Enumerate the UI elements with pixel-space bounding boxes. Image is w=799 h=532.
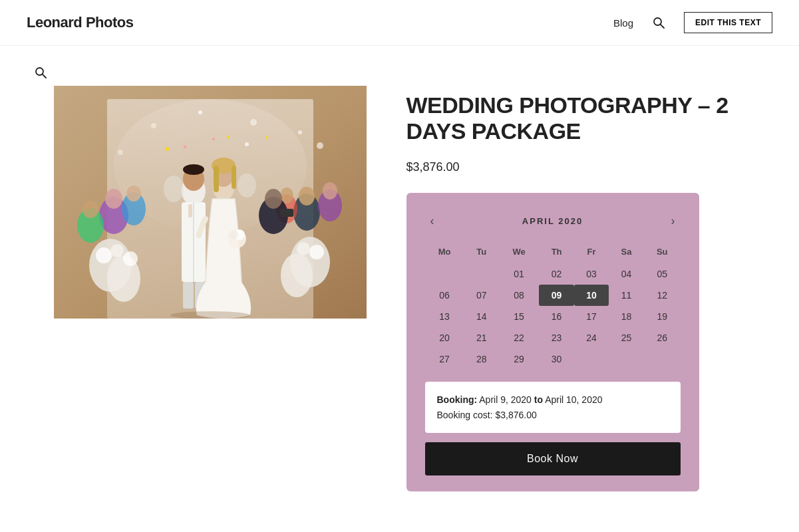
- site-logo: Leonard Photos: [27, 14, 133, 31]
- edit-text-button[interactable]: EDIT THIS TEXT: [684, 12, 772, 33]
- svg-point-29: [123, 251, 138, 266]
- cal-header-fr: Fr: [574, 243, 609, 263]
- calendar-empty-cell: [464, 263, 499, 285]
- booking-start-date: April 9, 2020: [479, 394, 532, 405]
- svg-point-22: [323, 182, 337, 200]
- product-section: WEDDING PHOTOGRAPHY – 2 DAYS PACKAGE $3,…: [406, 86, 772, 491]
- svg-point-57: [245, 142, 249, 146]
- header: Leonard Photos Blog EDIT THIS TEXT: [0, 0, 799, 46]
- calendar-empty-cell: [609, 348, 644, 370]
- svg-rect-52: [280, 209, 293, 217]
- svg-point-9: [250, 119, 257, 126]
- calendar-day-25[interactable]: 25: [609, 327, 644, 348]
- svg-point-31: [281, 253, 313, 297]
- calendar-prev-button[interactable]: ‹: [425, 211, 440, 231]
- svg-point-27: [96, 247, 112, 263]
- calendar-day-18[interactable]: 18: [609, 306, 644, 327]
- calendar-day-14[interactable]: 14: [464, 306, 499, 327]
- product-title: WEDDING PHOTOGRAPHY – 2 DAYS PACKAGE: [406, 92, 772, 144]
- booking-info-box: Booking: April 9, 2020 to April 10, 2020…: [425, 382, 681, 433]
- search-icon[interactable]: [652, 16, 665, 29]
- calendar-empty-cell: [574, 348, 609, 370]
- svg-point-36: [183, 164, 204, 175]
- svg-point-7: [151, 123, 156, 128]
- booking-end-date: April 10, 2020: [545, 394, 602, 405]
- calendar-day-21[interactable]: 21: [464, 327, 499, 348]
- image-section: [54, 86, 367, 319]
- calendar-day-27[interactable]: 27: [425, 348, 464, 370]
- calendar-empty-cell: [425, 263, 464, 285]
- svg-rect-39: [188, 204, 192, 217]
- cal-header-we: We: [499, 243, 539, 263]
- calendar-day-01[interactable]: 01: [499, 263, 539, 285]
- header-right: Blog EDIT THIS TEXT: [613, 12, 772, 33]
- image-zoom-icon[interactable]: [34, 66, 47, 79]
- cal-header-mo: Mo: [425, 243, 464, 263]
- calendar-day-09[interactable]: 09: [539, 285, 574, 306]
- svg-point-20: [299, 187, 315, 205]
- calendar-day-28[interactable]: 28: [464, 348, 499, 370]
- svg-point-51: [265, 189, 282, 209]
- svg-point-14: [105, 189, 122, 209]
- main-content: WEDDING PHOTOGRAPHY – 2 DAYS PACKAGE $3,…: [1, 46, 799, 531]
- svg-line-1: [661, 25, 664, 28]
- calendar-nav: ‹ APRIL 2020 ›: [425, 211, 681, 231]
- calendar-day-20[interactable]: 20: [425, 327, 464, 348]
- calendar-day-23[interactable]: 23: [539, 327, 574, 348]
- calendar-day-08[interactable]: 08: [499, 285, 539, 306]
- calendar-day-24[interactable]: 24: [574, 327, 609, 348]
- calendar-week-row: 20212223242526: [425, 327, 681, 348]
- calendar-week-row: 06070809101112: [425, 285, 681, 306]
- svg-line-3: [42, 74, 45, 78]
- product-price: $3,876.00: [406, 160, 772, 174]
- svg-point-8: [198, 110, 202, 114]
- calendar-day-03[interactable]: 03: [574, 263, 609, 285]
- calendar-day-10[interactable]: 10: [574, 285, 609, 306]
- svg-point-49: [229, 230, 238, 239]
- svg-point-53: [164, 176, 184, 202]
- calendar-day-22[interactable]: 22: [499, 327, 539, 348]
- calendar-day-05[interactable]: 05: [644, 263, 681, 285]
- nav-blog-link[interactable]: Blog: [613, 17, 633, 29]
- calendar-day-17[interactable]: 17: [574, 306, 609, 327]
- svg-point-12: [317, 142, 323, 149]
- calendar-day-04[interactable]: 04: [609, 263, 644, 285]
- booking-to-label: to: [534, 394, 543, 405]
- svg-point-56: [212, 138, 215, 140]
- calendar-day-15[interactable]: 15: [499, 306, 539, 327]
- calendar-day-16[interactable]: 16: [539, 306, 574, 327]
- calendar-week-row: 0102030405: [425, 263, 681, 285]
- svg-point-28: [110, 244, 124, 257]
- product-image: [54, 86, 367, 319]
- svg-point-10: [298, 130, 302, 134]
- calendar-day-11[interactable]: 11: [609, 285, 644, 306]
- calendar-day-19[interactable]: 19: [644, 306, 681, 327]
- cal-header-tu: Tu: [464, 243, 499, 263]
- cal-header-th: Th: [539, 243, 574, 263]
- svg-point-33: [297, 242, 310, 255]
- cal-header-su: Su: [644, 243, 681, 263]
- calendar-day-07[interactable]: 07: [464, 285, 499, 306]
- calendar-empty-cell: [644, 348, 681, 370]
- svg-point-18: [126, 186, 141, 201]
- calendar-day-02[interactable]: 02: [539, 263, 574, 285]
- calendar-next-button[interactable]: ›: [665, 211, 680, 231]
- calendar-day-12[interactable]: 12: [644, 285, 681, 306]
- svg-point-11: [118, 150, 123, 155]
- svg-point-55: [165, 147, 169, 151]
- calendar-widget: ‹ APRIL 2020 › Mo Tu We Th Fr Sa Su: [406, 193, 699, 491]
- svg-point-32: [309, 245, 324, 259]
- calendar-table: Mo Tu We Th Fr Sa Su 0102030405060708091…: [425, 243, 681, 370]
- svg-point-58: [265, 136, 268, 139]
- calendar-day-06[interactable]: 06: [425, 285, 464, 306]
- calendar-day-29[interactable]: 29: [499, 348, 539, 370]
- cal-header-sa: Sa: [609, 243, 644, 263]
- book-now-button[interactable]: Book Now: [425, 442, 681, 475]
- calendar-week-row: 13141516171819: [425, 306, 681, 327]
- calendar-month-label: APRIL 2020: [522, 216, 583, 226]
- svg-point-54: [238, 174, 256, 198]
- svg-rect-45: [214, 166, 219, 192]
- calendar-day-30[interactable]: 30: [539, 348, 574, 370]
- calendar-day-13[interactable]: 13: [425, 306, 464, 327]
- calendar-day-26[interactable]: 26: [644, 327, 681, 348]
